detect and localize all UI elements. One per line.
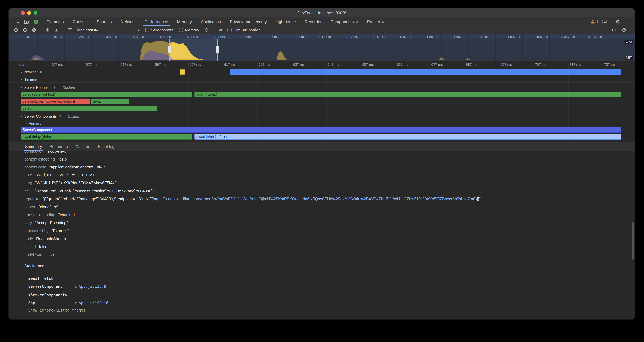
- details-tab-summary[interactable]: Summary: [21, 142, 46, 151]
- flame-chart[interactable]: ms 567 ms577 ms587 ms597 ms607 ms617 ms6…: [8, 61, 635, 142]
- close-window-button[interactable]: [21, 11, 25, 15]
- track-handle-dot[interactable]: [40, 71, 42, 73]
- tab-privacy-and-security[interactable]: Privacy and security: [226, 18, 271, 26]
- tab-elements[interactable]: Elements: [42, 18, 68, 26]
- timeline-event[interactable]: delay: [20, 106, 157, 111]
- report-url-link[interactable]: https://a.nel.cloudflare.com/report/v4?s…: [153, 197, 473, 201]
- capture-settings-gear-icon[interactable]: ⚙: [610, 26, 618, 34]
- minimize-window-button[interactable]: [27, 11, 31, 15]
- overview-time-label: 597 ms: [160, 35, 172, 39]
- warnings-badge[interactable]: 1: [590, 19, 598, 24]
- record-and-reload-button[interactable]: [21, 26, 29, 34]
- tab-components[interactable]: Components⚙: [326, 18, 362, 26]
- history-dropdown[interactable]: localhost #4 ▾: [75, 27, 142, 33]
- tab-performance[interactable]: Performance: [140, 18, 173, 26]
- server-requests-lane-3[interactable]: delay: [8, 106, 635, 111]
- timeline-event[interactable]: ServerComponent: [20, 127, 622, 133]
- header-key: date: [24, 173, 32, 177]
- tab-profiler[interactable]: Profiler⚙: [363, 18, 389, 26]
- message-bubble-icon: [602, 19, 607, 24]
- dim-3rd-parties-checkbox[interactable]: [228, 28, 232, 32]
- titlebar: DevTools - localhost:3000/: [8, 8, 635, 18]
- header-row-content-encoding: content-encoding"gzip": [24, 155, 616, 163]
- header-key: server: [24, 205, 35, 209]
- load-profile-button[interactable]: [44, 26, 51, 34]
- memory-checkbox-group[interactable]: Memory: [179, 28, 199, 32]
- tabbar-right-icons: 1 1 ⚙ ⋮: [590, 18, 635, 26]
- zoom-window-button[interactable]: [34, 11, 38, 15]
- settings-gear-icon[interactable]: ⚙: [614, 18, 622, 26]
- timeline-event[interactable]: delay: [91, 99, 130, 104]
- tab-label: Console: [72, 19, 88, 24]
- ruler-tick-label: 667 ms: [397, 63, 408, 67]
- server-components-lane-2[interactable]: await delay (deferred text)await fetch (…: [8, 134, 635, 140]
- throttling-sliders-icon[interactable]: [216, 26, 224, 34]
- overview-time-label: 897 ms: [241, 35, 253, 39]
- record-button[interactable]: [12, 26, 20, 34]
- tab-memory[interactable]: Memory: [172, 18, 196, 26]
- header-value: \"}]}": [473, 197, 480, 201]
- header-row-nel: nel"{\"report_to\":\"cf-nel\",\"success_…: [24, 187, 616, 195]
- tab-console[interactable]: Console: [68, 18, 92, 26]
- server-requests-lane-1[interactable]: delay (deferred text)fetch (…/api): [8, 92, 635, 97]
- timeline-event[interactable]: delayedError (…ayed exception): [20, 99, 90, 104]
- header-key: vary: [24, 220, 32, 225]
- primary-group-header[interactable]: ▾ Primary: [25, 121, 41, 126]
- frame-source-link[interactable]: App.js:128:9: [78, 284, 106, 289]
- more-options-icon[interactable]: ⋮: [625, 19, 630, 24]
- tab-network[interactable]: Network: [116, 18, 140, 26]
- frame-function: ServerComponent: [28, 284, 75, 289]
- timeline-overview[interactable]: 97 ms197 ms297 ms397 ms497 ms597 ms697 m…: [8, 34, 635, 61]
- timeline-event[interactable]: [180, 70, 185, 75]
- net-lane-badge: NET: [625, 56, 633, 60]
- clear-button[interactable]: [30, 26, 38, 34]
- details-tab-bottom-up[interactable]: Bottom-up: [46, 142, 72, 151]
- frame-source-link[interactable]: App.js:190:16: [78, 301, 108, 305]
- collect-garbage-icon[interactable]: [203, 26, 210, 34]
- tab-application[interactable]: Application: [196, 18, 225, 26]
- timeline-event[interactable]: await delay (deferred text): [20, 134, 192, 140]
- screenshots-checkbox[interactable]: [145, 28, 149, 32]
- timeline-event[interactable]: fetch (…/api): [194, 92, 622, 97]
- inspect-element-icon[interactable]: [13, 18, 20, 26]
- overview-time-label: 1,897 ms: [508, 35, 522, 39]
- save-profile-button[interactable]: [52, 26, 60, 34]
- server-requests-lane-2[interactable]: delayedError (…ayed exception)delay: [8, 99, 635, 104]
- performance-toolbar: localhost #4 ▾ Screenshots Memory Dim 3r…: [8, 26, 635, 34]
- device-toolbar-icon[interactable]: [22, 18, 30, 26]
- scrollbar-thumb[interactable]: [632, 222, 634, 259]
- tab-recorder[interactable]: Recorder: [300, 18, 326, 26]
- extension-icon[interactable]: [32, 18, 40, 26]
- tab-lighthouse[interactable]: Lighthouse: [271, 18, 300, 26]
- network-track-lane[interactable]: [8, 70, 635, 75]
- memory-checkbox[interactable]: [179, 28, 183, 32]
- header-value: "{\"group\":\"cf-nel\",\"max_age\":60480…: [42, 197, 153, 201]
- issues-badge[interactable]: 1: [602, 19, 610, 24]
- server-requests-track-header[interactable]: ▾ Server Requests ⚙ — Custom: [21, 85, 75, 90]
- details-tab-event-log[interactable]: Event log: [94, 142, 118, 151]
- extension-marker-icon: ⚙: [53, 86, 56, 89]
- details-tab-call-tree[interactable]: Call tree: [72, 142, 94, 151]
- timeline-event-selected[interactable]: await fetch (…/api): [194, 134, 622, 140]
- header-value: "W/\"4b1-RjEJloX9kRinu6F0MAZMmy6E5iA\"": [35, 181, 117, 185]
- frame-at: @: [75, 284, 77, 289]
- stack-frame: App@App.js:190:16: [28, 300, 108, 306]
- screenshots-checkbox-group[interactable]: Screenshots: [145, 28, 173, 32]
- dim-3rd-parties-checkbox-group[interactable]: Dim 3rd parties: [228, 28, 260, 32]
- tab-label: Profiler: [367, 19, 380, 24]
- timings-track-header[interactable]: ▸ Timings: [21, 77, 37, 82]
- header-row-report-to: report-to"{\"group\":\"cf-nel\",\"max_ag…: [24, 195, 616, 203]
- live-metrics-icon[interactable]: [66, 26, 74, 34]
- tab-sources[interactable]: Sources: [92, 18, 116, 26]
- tab-label: Privacy and security: [230, 19, 267, 24]
- network-track-header[interactable]: ▸ Network: [21, 70, 42, 75]
- timeline-event[interactable]: [230, 70, 622, 75]
- server-components-lane-1[interactable]: ServerComponent: [8, 127, 635, 133]
- timeline-event[interactable]: delay (deferred text): [20, 92, 192, 97]
- overview-time-label: 1,097 ms: [292, 35, 307, 39]
- header-value: "chunked": [58, 213, 76, 217]
- server-components-track-header[interactable]: ▾ Server Components ⚙ — Custom: [21, 114, 80, 119]
- help-icon[interactable]: ?: [620, 26, 628, 34]
- show-ignore-listed-frames-link[interactable]: Show ignore-listed frames: [28, 308, 86, 312]
- row-divider: [8, 76, 635, 76]
